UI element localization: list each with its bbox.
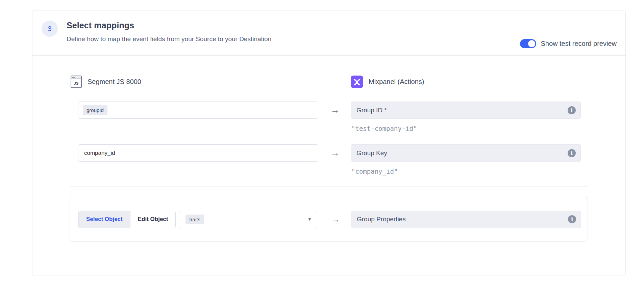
step-number-badge: 3 xyxy=(42,21,58,37)
info-icon[interactable]: i xyxy=(568,215,576,223)
header-text: Select mappings Define how to map the ev… xyxy=(67,21,271,55)
source-column-header: JS Segment JS 8000 xyxy=(70,76,319,88)
object-mode-segmented-control: Select Object Edit Object xyxy=(78,211,176,228)
edit-object-button[interactable]: Edit Object xyxy=(130,211,176,228)
mapping-row-group-key: company_id → Group Key i "company_id" xyxy=(70,144,588,175)
test-preview-value: "company_id" xyxy=(351,168,581,175)
source-field-input-groupid[interactable]: groupId xyxy=(78,102,318,119)
select-object-button[interactable]: Select Object xyxy=(79,211,130,228)
mapping-row-group-properties: Select Object Edit Object traits ▼ → Gro… xyxy=(70,211,588,228)
chevron-down-icon: ▼ xyxy=(308,217,312,222)
destination-label: Mixpanel (Actions) xyxy=(369,78,424,86)
test-record-preview-toggle-group: Show test record preview xyxy=(520,39,617,48)
columns-header: JS Segment JS 8000 Mixpanel (Actions) xyxy=(70,76,588,88)
object-mapping-box: Select Object Edit Object traits ▼ → Gro… xyxy=(70,197,588,242)
browser-titlebar xyxy=(71,76,81,79)
destination-column-header: Mixpanel (Actions) xyxy=(351,76,424,88)
company-id-input-value: company_id xyxy=(83,150,115,157)
card-header: 3 Select mappings Define how to map the … xyxy=(32,10,625,56)
toggle-label: Show test record preview xyxy=(541,40,617,48)
test-preview-value: "test-company-id" xyxy=(351,125,581,132)
mapping-row-group-id: groupId → Group ID * i "test-company-id" xyxy=(70,102,588,132)
destination-field-group-id[interactable]: Group ID * i xyxy=(351,102,581,119)
select-mappings-card: 3 Select mappings Define how to map the … xyxy=(32,10,626,276)
object-source-dropdown[interactable]: traits ▼ xyxy=(180,211,317,228)
arrow-right-icon: → xyxy=(319,144,351,162)
page-subtitle: Define how to map the event fields from … xyxy=(67,35,271,43)
show-test-record-preview-toggle[interactable] xyxy=(520,39,536,48)
arrow-right-icon: → xyxy=(320,211,351,228)
mixpanel-logo-icon xyxy=(351,76,363,88)
info-icon[interactable]: i xyxy=(568,106,576,114)
page-title: Select mappings xyxy=(67,21,271,30)
toggle-knob xyxy=(528,40,535,47)
destination-field-group-properties[interactable]: Group Properties i xyxy=(351,211,581,228)
section-divider xyxy=(70,187,588,187)
info-icon[interactable]: i xyxy=(568,149,576,157)
destination-field-group-key[interactable]: Group Key i xyxy=(351,144,581,162)
groupid-token-chip[interactable]: groupId xyxy=(83,105,107,115)
source-label: Segment JS 8000 xyxy=(88,78,141,86)
traits-token-chip[interactable]: traits xyxy=(185,215,204,224)
mappings-body: JS Segment JS 8000 Mixpanel (Actions) g xyxy=(32,76,625,242)
arrow-right-icon: → xyxy=(319,102,351,119)
source-field-input-company-id[interactable]: company_id xyxy=(78,144,318,162)
step-number: 3 xyxy=(48,25,51,33)
js-browser-window-icon: JS xyxy=(71,76,82,88)
